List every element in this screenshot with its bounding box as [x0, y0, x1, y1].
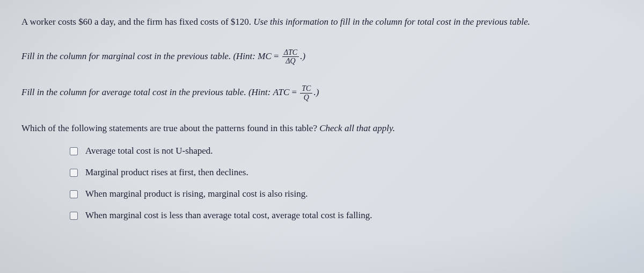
option-row-3: When marginal product is rising, margina… — [70, 189, 623, 199]
option-label-3: When marginal product is rising, margina… — [85, 189, 308, 199]
mc-denominator: ΔQ — [282, 57, 299, 65]
mc-instruction-lead: Fill in the column for marginal cost in … — [21, 51, 233, 61]
question-prompt: Which of the following statements are tr… — [21, 123, 623, 134]
option-row-4: When marginal cost is less than average … — [70, 210, 623, 221]
checkbox-option-1[interactable] — [70, 147, 78, 155]
option-label-4: When marginal cost is less than average … — [85, 210, 372, 221]
option-row-2: Marginal product rises at first, then de… — [70, 167, 623, 178]
checkbox-option-2[interactable] — [70, 169, 78, 177]
atc-eq: = — [289, 87, 299, 97]
intro-text: A worker costs $60 a day, and the firm h… — [21, 17, 253, 27]
mc-eq: = — [272, 51, 281, 61]
mc-fraction: ΔTCΔQ — [282, 48, 299, 66]
checkbox-option-3[interactable] — [70, 190, 78, 198]
question-main: Which of the following statements are tr… — [21, 123, 319, 133]
option-label-2: Marginal product rises at first, then de… — [85, 167, 248, 178]
intro-instruction: Use this information to fill in the colu… — [253, 17, 530, 27]
mc-lhs: MC — [258, 51, 272, 61]
hint-close: .) — [300, 51, 305, 61]
hint-open-atc: (Hint: — [248, 87, 273, 97]
atc-fraction: TCQ — [300, 84, 312, 102]
question-instruction: Check all that apply. — [319, 123, 395, 133]
mc-instruction-paragraph: Fill in the column for marginal cost in … — [21, 48, 623, 66]
options-group: Average total cost is not U-shaped. Marg… — [21, 146, 623, 221]
atc-lhs: ATC — [273, 87, 290, 97]
option-label-1: Average total cost is not U-shaped. — [85, 146, 213, 156]
option-row-1: Average total cost is not U-shaped. — [70, 146, 623, 156]
atc-instruction-paragraph: Fill in the column for average total cos… — [21, 84, 623, 102]
hint-close-atc: .) — [313, 87, 319, 97]
mc-numerator: ΔTC — [282, 48, 299, 57]
atc-numerator: TC — [300, 84, 312, 93]
hint-open: (Hint: — [233, 51, 258, 61]
intro-paragraph: A worker costs $60 a day, and the firm h… — [21, 15, 623, 29]
atc-denominator: Q — [300, 94, 312, 102]
checkbox-option-4[interactable] — [70, 212, 78, 220]
atc-instruction-lead: Fill in the column for average total cos… — [21, 87, 248, 97]
